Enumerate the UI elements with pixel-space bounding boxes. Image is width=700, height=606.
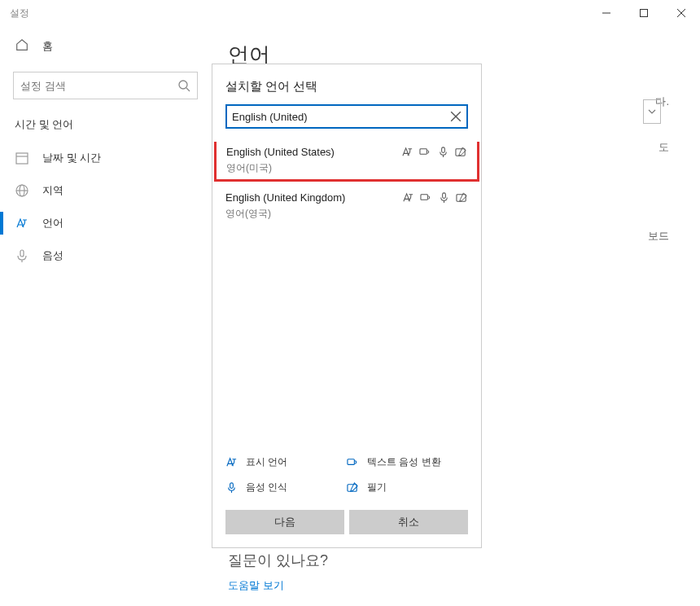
calendar-icon [15, 151, 29, 165]
handwriting-icon [455, 146, 467, 158]
legend-speech: 음성 인식 [225, 475, 347, 500]
dialog-title: 설치할 언어 선택 [212, 64, 481, 104]
help-question: 질문이 있나요? [228, 551, 328, 570]
dropdown-chevron[interactable] [643, 99, 661, 124]
display-language-icon [402, 191, 414, 204]
dialog-search-box[interactable] [225, 104, 468, 129]
speech-icon [438, 191, 450, 204]
svg-rect-6 [16, 153, 28, 164]
minimize-button[interactable] [588, 0, 625, 26]
language-name: English (United States) [226, 146, 335, 158]
svg-rect-14 [420, 149, 427, 155]
sidebar-item-speech[interactable]: 음성 [8, 239, 203, 272]
dialog-search-input[interactable] [232, 111, 450, 123]
language-native-name: 영어(영국) [225, 207, 468, 221]
language-native-name: 영어(미국) [226, 161, 467, 175]
sidebar-item-label: 날짜 및 시간 [42, 151, 101, 165]
sidebar-item-region[interactable]: 지역 [8, 174, 203, 207]
sidebar-item-language[interactable]: 언어 [8, 207, 203, 239]
handwriting-icon [456, 191, 468, 204]
search-icon [177, 79, 190, 92]
legend-handwriting: 필기 [347, 475, 468, 500]
sidebar-item-datetime[interactable]: 날짜 및 시간 [8, 142, 203, 174]
language-result-item[interactable]: English (United States) 영어(미국) [214, 142, 479, 182]
close-button[interactable] [663, 0, 700, 26]
handwriting-icon [347, 481, 359, 494]
legend-label: 음성 인식 [246, 481, 287, 494]
speech-icon [437, 146, 449, 158]
globe-icon [15, 183, 29, 198]
svg-rect-21 [230, 483, 234, 489]
legend-label: 표시 언어 [246, 455, 287, 469]
legend-tts: 텍스트 음성 변환 [347, 450, 468, 475]
sidebar: 홈 시간 및 언어 날짜 및 시간 지역 언어 음성 [0, 26, 212, 606]
language-results-list: English (United States) 영어(미국) English (… [212, 142, 481, 441]
svg-point-4 [179, 81, 187, 89]
tts-icon [419, 146, 431, 158]
svg-rect-20 [348, 459, 354, 465]
display-language-icon [401, 146, 413, 158]
tts-icon [420, 191, 432, 204]
clear-icon[interactable] [450, 111, 462, 122]
svg-line-5 [186, 88, 190, 91]
mic-icon [15, 248, 29, 263]
svg-rect-11 [20, 250, 24, 257]
language-icon [15, 216, 29, 231]
search-input[interactable] [20, 80, 177, 92]
speech-icon [225, 481, 238, 494]
legend-display-language: 표시 언어 [225, 450, 347, 475]
language-result-item[interactable]: English (United Kingdom) 영어(영국) [212, 185, 481, 227]
obscured-text: 도 [658, 140, 669, 155]
sidebar-section-title: 시간 및 언어 [8, 103, 203, 142]
next-button[interactable]: 다음 [225, 510, 344, 534]
sidebar-item-label: 음성 [42, 248, 63, 263]
display-language-icon [225, 456, 238, 468]
maximize-button[interactable] [625, 0, 663, 26]
home-link[interactable]: 홈 [8, 26, 203, 65]
legend-label: 텍스트 음성 변환 [367, 455, 441, 469]
obscured-text: 보드 [648, 229, 669, 244]
capability-legend: 표시 언어 텍스트 음성 변환 음성 인식 필기 [212, 441, 481, 510]
svg-rect-15 [442, 147, 445, 153]
svg-rect-18 [443, 193, 446, 199]
language-name: English (United Kingdom) [225, 191, 345, 204]
legend-label: 필기 [367, 481, 387, 494]
svg-rect-1 [641, 10, 648, 17]
help-link[interactable]: 도움말 보기 [228, 578, 328, 593]
sidebar-item-label: 언어 [42, 216, 63, 231]
settings-search[interactable] [13, 72, 198, 99]
cancel-button[interactable]: 취소 [349, 510, 468, 534]
language-install-dialog: 설치할 언어 선택 English (United States) 영어(미국)… [212, 64, 482, 548]
home-icon [15, 37, 29, 55]
sidebar-item-label: 지역 [42, 183, 63, 198]
tts-icon [347, 456, 359, 468]
svg-rect-17 [421, 195, 427, 200]
window-title: 설정 [10, 7, 29, 20]
home-label: 홈 [42, 39, 53, 54]
